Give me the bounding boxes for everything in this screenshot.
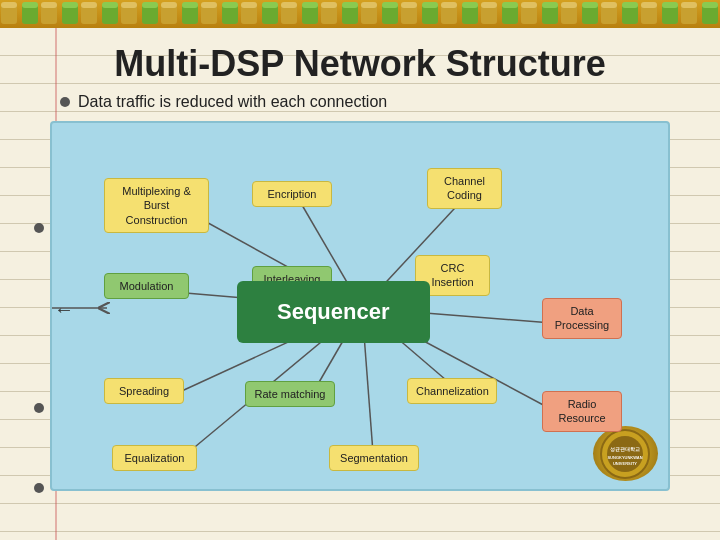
node-multiplexing: Multiplexing &Burst Construction: [104, 178, 209, 233]
side-bullet-3: [34, 483, 44, 493]
radio-resource-label: RadioResource: [558, 398, 605, 424]
modulation-label: Modulation: [120, 280, 174, 292]
top-decoration-svg: [0, 0, 720, 28]
page-title: Multi-DSP Network Structure: [30, 43, 690, 85]
top-border: [0, 0, 720, 28]
subtitle-row: Data traffic is reduced with each connec…: [60, 93, 690, 111]
spreading-label: Spreading: [119, 385, 169, 397]
node-data-processing: DataProcessing: [542, 298, 622, 339]
segmentation-label: Segmentation: [340, 452, 408, 464]
subtitle-bullet: [60, 97, 70, 107]
rate-matching-label: Rate matching: [255, 388, 326, 400]
svg-text:SUNGKYUNKWAN: SUNGKYUNKWAN: [607, 455, 642, 460]
equalization-label: Equalization: [125, 452, 185, 464]
crc-insertion-label: CRCInsertion: [431, 262, 473, 288]
subtitle-text: Data traffic is reduced with each connec…: [78, 93, 387, 111]
svg-text:UNIVERSITY: UNIVERSITY: [613, 461, 637, 466]
svg-point-20: [607, 436, 643, 472]
side-bullet-1: [34, 223, 44, 233]
svg-text:성균관대학교: 성균관대학교: [610, 446, 640, 452]
data-processing-label: DataProcessing: [555, 305, 609, 331]
node-channel-coding: ChannelCoding: [427, 168, 502, 209]
node-rate-matching: Rate matching: [245, 381, 335, 407]
node-equalization: Equalization: [112, 445, 197, 471]
encription-label: Encription: [268, 188, 317, 200]
side-bullet-2: [34, 403, 44, 413]
node-channelization: Channelization: [407, 378, 497, 404]
content-area: Multi-DSP Network Structure Data traffic…: [0, 28, 720, 540]
svg-rect-4: [0, 0, 720, 28]
network-diagram: ← Sequencer Multiplexing &Burst Construc…: [50, 121, 670, 491]
node-spreading: Spreading: [104, 378, 184, 404]
sequencer-node: Sequencer: [237, 281, 430, 343]
university-logo: 성균관대학교 SUNGKYUNKWAN UNIVERSITY: [593, 426, 658, 481]
sequencer-label: Sequencer: [277, 299, 390, 324]
multiplexing-label: Multiplexing &Burst Construction: [122, 185, 190, 226]
node-encription: Encription: [252, 181, 332, 207]
node-radio-resource: RadioResource: [542, 391, 622, 432]
channel-coding-label: ChannelCoding: [444, 175, 485, 201]
logo-svg: 성균관대학교 SUNGKYUNKWAN UNIVERSITY: [598, 429, 653, 479]
left-arrow: ←: [54, 298, 74, 321]
node-modulation: Modulation: [104, 273, 189, 299]
channelization-label: Channelization: [416, 385, 489, 397]
node-segmentation: Segmentation: [329, 445, 419, 471]
